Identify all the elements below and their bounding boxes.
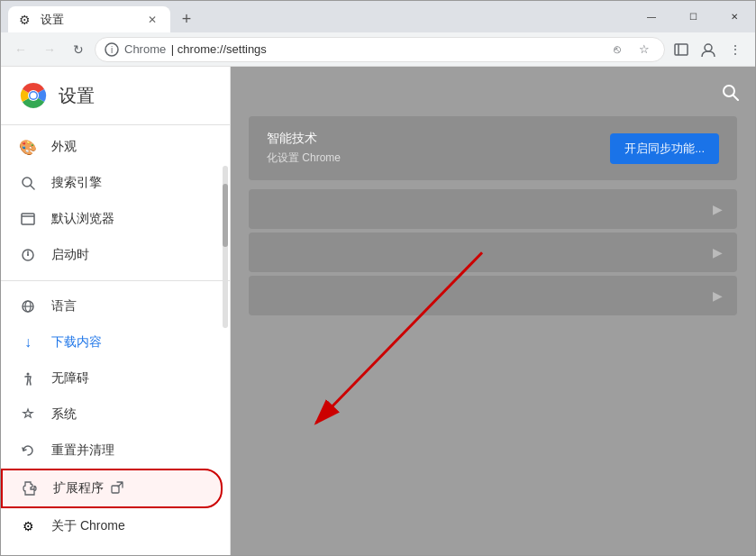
svg-point-20 (27, 373, 30, 376)
svg-rect-12 (22, 214, 34, 224)
close-button[interactable]: ✕ (714, 1, 755, 32)
sidebar-item-browser[interactable]: 默认浏览器 (1, 201, 223, 237)
sidebar-label-download: 下载内容 (51, 334, 102, 351)
site-security-icon: i (105, 42, 119, 57)
sync-card-text: 智能技术 化设置 Chrome (267, 131, 341, 166)
tab-favicon: ⚙ (19, 13, 33, 27)
tab-title: 设置 (41, 12, 64, 28)
sidebar-title: 设置 (59, 84, 95, 108)
sidebar-item-appearance[interactable]: 🎨 外观 (1, 129, 223, 165)
window-controls: — ☐ ✕ (631, 1, 755, 32)
menu-button[interactable]: ⋮ (723, 37, 748, 62)
site-label: Chrome (124, 42, 166, 56)
sidebar-label-system: 系统 (51, 406, 77, 423)
sync-card: 智能技术 化设置 Chrome 开启同步功能... (249, 116, 737, 180)
search-engine-icon (19, 174, 37, 192)
sidebar-label-language: 语言 (51, 298, 77, 314)
language-icon (19, 297, 37, 315)
back-button[interactable]: ← (8, 37, 33, 62)
sidebar-label-about: 关于 Chrome (51, 518, 125, 534)
sidebar-item-about[interactable]: ⚙ 关于 Chrome (1, 508, 223, 544)
startup-icon (19, 246, 37, 264)
sidebar-divider-2 (1, 280, 230, 281)
arrow-right-icon-3: ▶ (713, 288, 723, 303)
active-tab[interactable]: ⚙ 设置 ✕ (8, 6, 170, 32)
sidebar-item-search[interactable]: 搜索引擎 (1, 165, 223, 201)
sidebar-item-reset[interactable]: 重置并清理 (1, 433, 223, 469)
sidebar-header: 设置 (1, 67, 230, 121)
sidebar-item-startup[interactable]: 启动时 (1, 237, 223, 273)
settings-row-3[interactable]: ▶ (249, 276, 737, 315)
titlebar: ⚙ 设置 ✕ + — ☐ ✕ (1, 1, 755, 32)
svg-rect-2 (675, 44, 688, 55)
address-input[interactable]: i Chrome | chrome://settings ⎋ ☆ (95, 37, 665, 62)
profile-button[interactable] (696, 37, 721, 62)
reload-button[interactable]: ↻ (66, 37, 91, 62)
settings-rows: ▶ ▶ ▶ (249, 189, 737, 315)
sidebar-label-extensions: 扩展程序 (53, 480, 104, 497)
chrome-logo (19, 81, 48, 110)
sidebar-label-accessibility: 无障碍 (51, 370, 89, 387)
settings-search-button[interactable] (717, 79, 742, 105)
svg-point-4 (705, 44, 712, 51)
reset-icon (19, 442, 37, 460)
svg-text:i: i (111, 45, 113, 55)
appearance-icon: 🎨 (19, 138, 37, 156)
url-text: chrome://settings (178, 42, 267, 56)
sidebar-item-accessibility[interactable]: 无障碍 (1, 360, 223, 396)
sidebar-item-extensions[interactable]: 扩展程序 (1, 469, 223, 508)
svg-point-23 (724, 86, 734, 96)
share-icon[interactable]: ⎋ (606, 39, 628, 60)
sidebar-label-search: 搜索引擎 (51, 175, 102, 191)
sync-button[interactable]: 开启同步功能... (610, 133, 719, 164)
sidebar-item-download[interactable]: ↓ 下载内容 (1, 324, 223, 360)
address-text: Chrome | chrome://settings (124, 42, 601, 56)
sidebar-item-language[interactable]: 语言 (1, 288, 223, 324)
sidebar-label-appearance: 外观 (51, 139, 77, 155)
sidebar-divider-1 (1, 124, 230, 125)
extensions-row: 扩展程序 (53, 480, 123, 497)
tab-close-button[interactable]: ✕ (145, 13, 159, 27)
accessibility-icon (19, 369, 37, 387)
svg-point-16 (27, 254, 29, 256)
sync-title: 智能技术 (267, 131, 341, 147)
sidebar: 设置 🎨 外观 搜索引擎 默认 (1, 67, 231, 544)
tabs-area: ⚙ 设置 ✕ + (1, 1, 631, 32)
main-content: 设置 🎨 外观 搜索引擎 默认 (1, 67, 755, 555)
sidebar-label-startup: 启动时 (51, 247, 89, 263)
sync-sub: 化设置 Chrome (267, 150, 341, 166)
system-icon (19, 406, 37, 424)
arrow-right-icon-1: ▶ (713, 202, 723, 216)
svg-line-11 (31, 186, 34, 189)
sidebar-toggle-button[interactable] (669, 37, 694, 62)
svg-line-24 (733, 96, 738, 100)
sidebar-label-reset: 重置并清理 (51, 442, 114, 459)
addressbar: ← → ↻ i Chrome | chrome://settings ⎋ ☆ ⋮ (1, 32, 755, 67)
forward-button[interactable]: → (37, 37, 62, 62)
bookmark-icon[interactable]: ☆ (633, 39, 655, 60)
settings-row-2[interactable]: ▶ (249, 232, 737, 272)
sidebar-label-browser: 默认浏览器 (51, 211, 114, 227)
settings-row-1[interactable]: ▶ (249, 189, 737, 229)
arrow-right-icon-2: ▶ (713, 245, 723, 260)
sidebar-wrapper: 设置 🎨 外观 搜索引擎 默认 (1, 67, 231, 555)
about-icon: ⚙ (19, 517, 37, 535)
maximize-button[interactable]: ☐ (672, 1, 714, 32)
page-area: 智能技术 化设置 Chrome 开启同步功能... ▶ ▶ ▶ (231, 67, 755, 555)
browser-icon (19, 210, 37, 228)
toolbar-right: ⋮ (669, 37, 748, 62)
external-link-icon[interactable] (111, 481, 123, 497)
scrollbar-thumb[interactable] (223, 184, 228, 247)
download-icon: ↓ (19, 333, 37, 351)
browser-window: ⚙ 设置 ✕ + — ☐ ✕ ← → ↻ i Chrome | chrome:/… (0, 0, 756, 556)
new-tab-button[interactable]: + (174, 6, 199, 32)
minimize-button[interactable]: — (631, 1, 672, 32)
sidebar-item-system[interactable]: 系统 (1, 396, 223, 433)
svg-point-9 (31, 93, 37, 99)
extensions-icon (21, 479, 39, 497)
